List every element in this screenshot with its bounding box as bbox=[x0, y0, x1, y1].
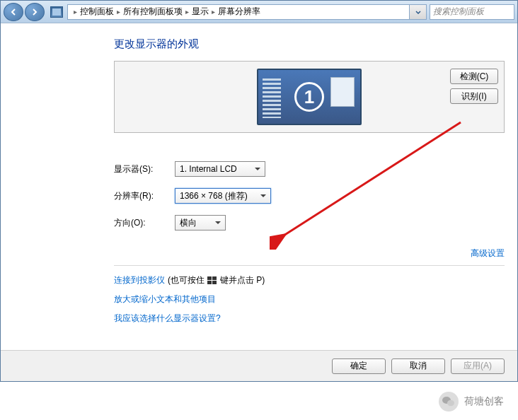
svg-rect-1 bbox=[207, 276, 212, 280]
display-row: 显示器(S): 1. Internal LCD bbox=[114, 161, 517, 177]
page-title: 更改显示器的外观 bbox=[114, 37, 517, 51]
identify-button[interactable]: 识别(I) bbox=[450, 88, 498, 104]
projector-hint-b: 键并点击 P) bbox=[220, 274, 265, 286]
refresh-button[interactable] bbox=[410, 4, 427, 20]
cancel-button[interactable]: 取消 bbox=[391, 358, 445, 374]
wechat-icon bbox=[439, 392, 459, 412]
svg-rect-3 bbox=[207, 281, 212, 284]
breadcrumb-item[interactable]: 屏幕分辨率 bbox=[218, 6, 260, 18]
display-icon bbox=[50, 6, 63, 18]
content-area: 更改显示器的外观 1 检测(C) 识别(I) 显示器(S): 1. Intern… bbox=[1, 23, 517, 325]
projector-hint-a: (也可按住 bbox=[168, 274, 205, 286]
projector-link[interactable]: 连接到投影仪 bbox=[114, 274, 165, 286]
chevron-right-icon: ▸ bbox=[212, 8, 215, 16]
watermark-text: 荷塘创客 bbox=[464, 395, 504, 408]
resolution-row: 分辨率(R): 1366 × 768 (推荐) bbox=[114, 188, 517, 204]
chevron-right-icon: ▸ bbox=[185, 8, 189, 16]
preview-buttons: 检测(C) 识别(I) bbox=[450, 69, 498, 104]
back-button[interactable] bbox=[4, 3, 23, 21]
search-input[interactable]: 搜索控制面板 bbox=[430, 4, 514, 20]
projector-link-row: 连接到投影仪 (也可按住 键并点击 P) bbox=[114, 274, 517, 286]
nav-buttons bbox=[4, 3, 45, 21]
divider bbox=[114, 265, 505, 266]
svg-rect-2 bbox=[212, 276, 217, 280]
display-combo[interactable]: 1. Internal LCD bbox=[175, 161, 265, 177]
ok-button[interactable]: 确定 bbox=[332, 358, 386, 374]
advanced-link-row: 高级设置 bbox=[114, 247, 505, 259]
chevron-right-icon: ▸ bbox=[117, 8, 120, 16]
titlebar: ▸ 控制面板 ▸ 所有控制面板项 ▸ 显示 ▸ 屏幕分辨率 搜索控制面板 bbox=[1, 1, 517, 23]
enlarge-link-row: 放大或缩小文本和其他项目 bbox=[114, 293, 517, 305]
apply-button[interactable]: 应用(A) bbox=[451, 358, 505, 374]
resolution-value: 1366 × 768 (推荐) bbox=[180, 190, 248, 202]
windows-key-icon bbox=[207, 276, 217, 285]
window-frame: ▸ 控制面板 ▸ 所有控制面板项 ▸ 显示 ▸ 屏幕分辨率 搜索控制面板 更改显… bbox=[0, 0, 518, 382]
orientation-value: 横向 bbox=[180, 217, 197, 229]
resolution-combo[interactable]: 1366 × 768 (推荐) bbox=[175, 188, 271, 204]
enlarge-text-link[interactable]: 放大或缩小文本和其他项目 bbox=[114, 293, 216, 305]
arrow-left-icon bbox=[9, 8, 18, 16]
breadcrumb[interactable]: ▸ 控制面板 ▸ 所有控制面板项 ▸ 显示 ▸ 屏幕分辨率 bbox=[67, 4, 410, 20]
monitor-graphic[interactable]: 1 bbox=[257, 69, 362, 125]
display-label: 显示器(S): bbox=[114, 163, 175, 175]
help-link-row: 我应该选择什么显示器设置? bbox=[114, 313, 517, 325]
orientation-row: 方向(O): 横向 bbox=[114, 215, 517, 231]
bottom-bar: 确定 取消 应用(A) bbox=[1, 350, 517, 381]
dropdown-icon bbox=[415, 8, 422, 16]
arrow-right-icon bbox=[30, 8, 39, 16]
breadcrumb-item[interactable]: 显示 bbox=[192, 6, 209, 18]
monitor-number: 1 bbox=[294, 82, 324, 112]
breadcrumb-item[interactable]: 所有控制面板项 bbox=[123, 6, 183, 18]
monitor-preview-panel: 1 检测(C) 识别(I) bbox=[114, 61, 505, 133]
svg-point-6 bbox=[447, 400, 454, 406]
detect-button[interactable]: 检测(C) bbox=[450, 69, 498, 84]
search-placeholder: 搜索控制面板 bbox=[433, 6, 484, 18]
watermark: 荷塘创客 bbox=[439, 392, 504, 412]
display-value: 1. Internal LCD bbox=[180, 164, 237, 174]
svg-rect-4 bbox=[212, 281, 217, 284]
orientation-label: 方向(O): bbox=[114, 217, 175, 229]
resolution-label: 分辨率(R): bbox=[114, 190, 175, 202]
chevron-right-icon: ▸ bbox=[74, 8, 77, 16]
forward-button[interactable] bbox=[25, 3, 45, 21]
help-link[interactable]: 我应该选择什么显示器设置? bbox=[114, 313, 221, 325]
orientation-combo[interactable]: 横向 bbox=[175, 215, 226, 231]
breadcrumb-item[interactable]: 控制面板 bbox=[80, 6, 114, 18]
advanced-settings-link[interactable]: 高级设置 bbox=[471, 248, 505, 258]
